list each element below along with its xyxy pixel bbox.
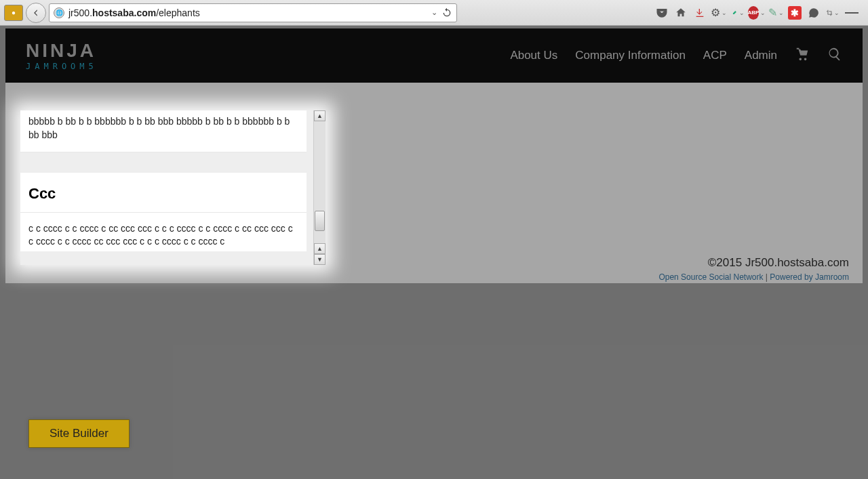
chevron-down-icon[interactable]: ⌄: [722, 9, 727, 16]
content-scroll-panel: bbbbb b bb b b bbbbbb b b bb bbb bbbbb b…: [20, 110, 326, 265]
cart-icon[interactable]: [795, 47, 810, 64]
nav-company[interactable]: Company Information: [575, 49, 686, 62]
eyedropper-icon[interactable]: ⌄: [731, 6, 745, 20]
site-builder-button[interactable]: Site Builder: [28, 419, 130, 448]
gray-area: [0, 283, 868, 479]
chevron-down-icon[interactable]: ⌄: [739, 9, 745, 16]
chevron-down-icon[interactable]: ⌄: [431, 8, 437, 17]
content-card-ccc: Ccc c c cccc c c cccc c cc ccc ccc c c c…: [20, 173, 307, 251]
crop-icon[interactable]: ⌄: [826, 6, 840, 20]
main-nav: About Us Company Information ACP Admin: [510, 47, 842, 64]
globe-icon: 🌐: [54, 7, 64, 18]
reload-icon[interactable]: [441, 7, 452, 18]
chevron-down-icon[interactable]: ⌄: [778, 9, 784, 16]
arrow-left-icon: [31, 8, 41, 18]
pocket-icon[interactable]: [655, 6, 669, 20]
nav-acp[interactable]: ACP: [703, 49, 727, 62]
search-icon[interactable]: [827, 47, 842, 64]
home-icon[interactable]: [674, 6, 688, 20]
powered-link[interactable]: Powered by Jamroom: [770, 272, 849, 282]
content-card-b: bbbbb b bb b b bbbbbb b b bb bbb bbbbb b…: [20, 110, 307, 152]
tool-icon[interactable]: ✎⌄: [769, 6, 783, 20]
logo-title: NINJA: [26, 40, 98, 62]
abp-icon[interactable]: ABP⌄: [750, 6, 764, 20]
download-icon[interactable]: [693, 6, 707, 20]
browser-toolbar-icons: ⚙⌄ ⌄ ABP⌄ ✎⌄ ✱ ⌄: [460, 6, 864, 20]
page-viewport: NINJA JAMROOM5 About Us Company Informat…: [0, 26, 868, 479]
chevron-down-icon[interactable]: ⌄: [760, 9, 766, 16]
footer-links: Open Source Social Network | Powered by …: [19, 272, 849, 282]
scroll-thumb[interactable]: [315, 211, 325, 231]
chat-icon[interactable]: [807, 6, 821, 20]
oss-link[interactable]: Open Source Social Network: [658, 272, 763, 282]
ccc-body: c c cccc c c cccc c cc ccc ccc c c c ccc…: [20, 213, 307, 251]
scroll-content: bbbbb b bb b b bbbbbb b b bb bbb bbbbb b…: [20, 110, 313, 265]
nav-about[interactable]: About Us: [510, 49, 557, 62]
scroll-down-button[interactable]: ▼: [314, 254, 326, 265]
record-button[interactable]: ●: [4, 5, 23, 21]
logo[interactable]: NINJA JAMROOM5: [26, 40, 98, 71]
card-b-body: bbbbb b bb b b bbbbbb b b bb bbb bbbbb b…: [20, 110, 307, 152]
scroll-up-hint[interactable]: ▲: [314, 243, 326, 254]
ccc-title: Ccc: [20, 173, 307, 213]
browser-toolbar: ● 🌐 jr500.hostsaba.com/elephants ⌄ ⚙⌄ ⌄ …: [0, 0, 868, 26]
menu-icon[interactable]: [845, 6, 859, 20]
url-text: jr500.hostsaba.com/elephants: [68, 7, 200, 18]
nav-admin[interactable]: Admin: [745, 49, 777, 62]
url-bar[interactable]: 🌐 jr500.hostsaba.com/elephants ⌄: [49, 3, 457, 22]
back-button[interactable]: [26, 3, 46, 23]
logo-subtitle: JAMROOM5: [26, 62, 98, 71]
chevron-down-icon[interactable]: ⌄: [834, 9, 840, 16]
scroll-track[interactable]: [314, 121, 326, 243]
site-header: NINJA JAMROOM5 About Us Company Informat…: [5, 28, 863, 83]
gear-icon[interactable]: ⚙⌄: [712, 6, 726, 20]
extension-icon[interactable]: ✱: [788, 6, 802, 20]
scrollbar[interactable]: ▲ ▲ ▼: [313, 110, 326, 265]
scroll-up-button[interactable]: ▲: [314, 110, 326, 121]
